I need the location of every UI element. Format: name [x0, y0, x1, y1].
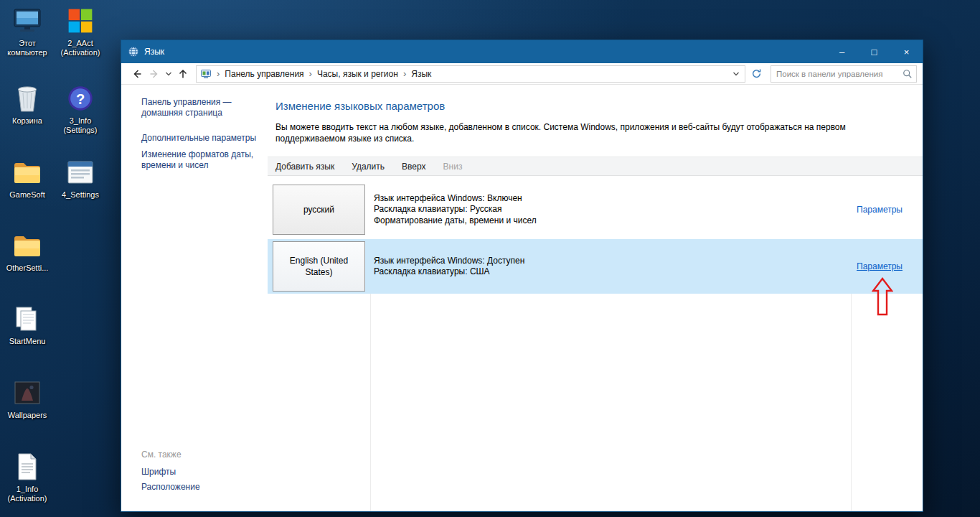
main-content: Изменение языковых параметров Вы можете … — [268, 85, 923, 511]
detail-line: Раскладка клавиатуры: Русская — [374, 204, 537, 215]
desktop-icon-label: 3_Info (Settings) — [54, 116, 107, 135]
navigation-bar: › Панель управления › Часы, язык и регио… — [121, 63, 923, 85]
move-down-button: Вниз — [443, 162, 463, 172]
options-link-english[interactable]: Параметры — [857, 261, 903, 271]
desktop-icon-this-pc[interactable]: Этот компьютер — [1, 4, 54, 57]
computer-icon — [11, 4, 44, 37]
up-button[interactable] — [174, 65, 192, 83]
window-title: Язык — [144, 47, 164, 57]
breadcrumb-control-panel[interactable]: Панель управления — [225, 69, 303, 79]
desktop-icon-label: Этот компьютер — [1, 39, 54, 57]
page-title: Изменение языковых параметров — [275, 100, 915, 112]
desktop-icon-info-settings[interactable]: ? 3_Info (Settings) — [54, 82, 107, 135]
desktop-icon-startmenu[interactable]: StartMenu — [1, 302, 54, 346]
close-button[interactable]: × — [890, 40, 923, 63]
detail-line: Язык интерфейса Windows: Включен — [374, 193, 537, 205]
sidebar-item-advanced-settings[interactable]: Дополнительные параметры — [141, 133, 259, 144]
sidebar-item-location[interactable]: Расположение — [141, 482, 259, 493]
desktop-icon-4settings[interactable]: 4_Settings — [54, 156, 107, 200]
back-button[interactable] — [128, 65, 146, 83]
remove-language-button[interactable]: Удалить — [352, 162, 385, 172]
detail-line: Язык интерфейса Windows: Доступен — [374, 256, 524, 267]
desktop-icon-1info[interactable]: 1_Info (Activation) — [1, 450, 54, 503]
desktop-icon-aact[interactable]: 2_AAct (Activation) — [54, 4, 107, 57]
language-name-box[interactable]: русский — [273, 185, 365, 235]
breadcrumb-separator: › — [309, 68, 312, 79]
desktop-icon-label: StartMenu — [1, 337, 54, 346]
desktop-icon-label: Корзина — [1, 116, 54, 126]
desktop-icon-label: 1_Info (Activation) — [1, 485, 54, 503]
recycle-bin-icon — [11, 82, 44, 115]
language-list: русский Язык интерфейса Windows: Включен… — [268, 180, 923, 294]
desktop-icon-gamesoft[interactable]: GameSoft — [1, 156, 54, 200]
control-panel-icon — [200, 68, 212, 80]
maximize-button[interactable]: □ — [858, 40, 890, 63]
desktop-icon-othersettings[interactable]: OtherSetti... — [1, 229, 54, 273]
window-controls: – □ × — [826, 40, 923, 63]
refresh-button[interactable] — [748, 65, 765, 83]
language-row-english[interactable]: English (United States) Язык интерфейса … — [268, 239, 923, 294]
options-link-russian[interactable]: Параметры — [857, 205, 903, 215]
sidebar: Панель управления — домашняя страница До… — [121, 85, 268, 511]
move-up-button[interactable]: Вверх — [402, 162, 425, 172]
detail-line: Раскладка клавиатуры: США — [374, 266, 524, 278]
language-details: Язык интерфейса Windows: Доступен Раскла… — [374, 256, 524, 278]
detail-line: Форматирование даты, времени и чисел — [374, 215, 537, 227]
language-details: Язык интерфейса Windows: Включен Расклад… — [374, 193, 537, 227]
minimize-button[interactable]: – — [826, 40, 858, 63]
documents-icon — [11, 302, 44, 335]
document-icon — [11, 450, 44, 483]
desktop-icon-label: OtherSetti... — [1, 264, 54, 273]
app-window-icon — [64, 156, 97, 189]
sidebar-item-fonts[interactable]: Шрифты — [141, 467, 259, 478]
image-icon — [11, 376, 44, 409]
desktop-icon-label: GameSoft — [1, 190, 54, 200]
window-body: Панель управления — домашняя страница До… — [121, 85, 923, 511]
red-arrow-annotation — [872, 277, 893, 316]
sidebar-item-control-panel-home[interactable]: Панель управления — домашняя страница — [141, 97, 259, 118]
desktop-icon-wallpapers[interactable]: Wallpapers — [1, 376, 54, 420]
see-also-section: См. также Шрифты Расположение — [141, 450, 259, 497]
desktop-icon-label: Wallpapers — [1, 411, 54, 420]
folder-icon — [11, 156, 44, 189]
breadcrumb-separator: › — [403, 68, 406, 79]
svg-text:?: ? — [76, 91, 85, 107]
breadcrumb-language[interactable]: Язык — [411, 69, 431, 79]
breadcrumb-separator: › — [217, 68, 220, 79]
breadcrumb-clock-language-region[interactable]: Часы, язык и регион — [317, 69, 398, 79]
desktop: { "desktop": { "icons": [ {"name": "this… — [0, 0, 980, 517]
titlebar[interactable]: Язык – □ × — [121, 40, 923, 63]
forward-button[interactable] — [146, 65, 163, 83]
language-control-panel-window: Язык – □ × › Панель управления › Часы, я… — [121, 39, 923, 512]
folder-icon — [11, 229, 44, 262]
breadcrumb: › Панель управления › Часы, язык и регио… — [196, 65, 745, 83]
see-also-header: См. также — [141, 450, 259, 460]
sidebar-item-change-date-formats[interactable]: Изменение форматов даты, времени и чисел — [141, 149, 259, 171]
language-app-icon — [128, 46, 139, 57]
desktop-icon-label: 2_AAct (Activation) — [54, 39, 107, 57]
add-language-button[interactable]: Добавить язык — [275, 162, 334, 172]
history-dropdown-icon[interactable] — [163, 65, 174, 83]
page-description: Вы можете вводить текст на любом языке, … — [275, 121, 913, 144]
desktop-icon-label: 4_Settings — [54, 190, 107, 200]
search-input[interactable] — [771, 70, 899, 78]
search-icon — [899, 69, 916, 79]
desktop-icon-recycle-bin[interactable]: Корзина — [1, 82, 54, 126]
language-list-toolbar: Добавить язык Удалить Вверх Вниз — [268, 157, 923, 176]
windows-squares-icon — [64, 4, 97, 37]
help-question-icon: ? — [64, 82, 97, 115]
language-name-box[interactable]: English (United States) — [273, 241, 365, 292]
language-row-russian[interactable]: русский Язык интерфейса Windows: Включен… — [268, 180, 923, 239]
search-box — [771, 65, 917, 83]
breadcrumb-dropdown-icon[interactable] — [729, 70, 743, 78]
